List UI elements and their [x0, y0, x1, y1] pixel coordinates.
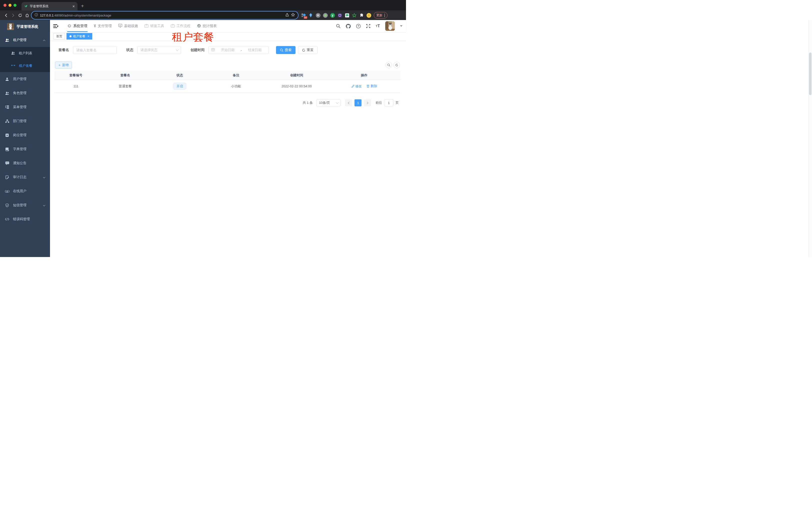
extension-command-icon[interactable]: ⌘: [316, 13, 320, 18]
sidebar-item-menu-management[interactable]: 菜单管理: [0, 100, 50, 114]
add-button[interactable]: + 新增: [55, 61, 72, 69]
top-menu: 系统管理 ¥ 支付管理 基础设施 研发工具: [64, 20, 220, 32]
top-menu-infra[interactable]: 基础设施: [115, 20, 141, 32]
search-button[interactable]: 搜索: [276, 46, 295, 54]
top-menu-label: 基础设施: [124, 24, 138, 28]
goto-page-input[interactable]: [384, 99, 394, 106]
home-icon[interactable]: [24, 12, 30, 19]
date-range-picker[interactable]: 开始日期 - 结束日期: [208, 46, 268, 54]
font-size-icon[interactable]: TT: [376, 24, 380, 29]
tags-view: 首页 租户套餐 ×: [50, 32, 406, 41]
cell-id: 111: [54, 84, 97, 88]
share-icon[interactable]: [285, 13, 289, 18]
extensions-puzzle-icon[interactable]: [359, 13, 364, 18]
monitor-icon: [118, 24, 122, 28]
top-menu-dev-tools[interactable]: 研发工具: [141, 20, 168, 32]
extension-shield-icon[interactable]: [337, 13, 342, 18]
tag-label: 首页: [56, 34, 62, 38]
help-icon[interactable]: ?: [356, 24, 361, 29]
package-name-input-wrap: [73, 46, 117, 54]
zoom-window-button[interactable]: [13, 4, 17, 7]
sidebar-item-sms-management[interactable]: 短信管理: [0, 198, 50, 212]
new-tab-button[interactable]: +: [81, 3, 84, 8]
sidebar-item-tenant-list[interactable]: 租户列表: [0, 47, 50, 59]
status-filter-label: 状态: [126, 48, 133, 52]
cell-created: 2022-02-22 00:54:00: [265, 84, 328, 88]
top-menu-pay[interactable]: ¥ 支付管理: [90, 20, 115, 32]
bookmark-star-icon[interactable]: [291, 13, 295, 18]
hamburger-icon[interactable]: [50, 24, 61, 28]
page-size-select[interactable]: 10条/页: [316, 99, 341, 106]
top-menu-system[interactable]: 系统管理: [64, 20, 90, 32]
status-select[interactable]: 请选择状态: [137, 46, 181, 54]
sidebar-item-dict-management[interactable]: 字典管理: [0, 142, 50, 156]
sidebar-item-label: 角色管理: [13, 91, 27, 96]
user-avatar[interactable]: [385, 21, 395, 31]
sidebar-item-dept-management[interactable]: 部门管理: [0, 114, 50, 128]
sidebar-item-post-management[interactable]: 岗位管理: [0, 128, 50, 142]
extension-green-dot-icon[interactable]: [323, 13, 328, 18]
delete-link[interactable]: 删除: [367, 84, 377, 88]
package-name-input[interactable]: [73, 46, 116, 54]
sidebar-item-label: 租户列表: [19, 51, 32, 56]
sidebar-item-online-users[interactable]: 在线用户: [0, 184, 50, 198]
sidebar-item-audit-log[interactable]: 审计日志: [0, 170, 50, 184]
browser-tab[interactable]: 芋道管理系统 ✕: [22, 2, 78, 10]
app-title: 芋道管理系统: [17, 24, 38, 29]
sidebar-item-error-code[interactable]: 错误码管理: [0, 212, 50, 226]
address-bar[interactable]: 127.0.0.1:48080/admin-ui/system/tenant/p…: [31, 11, 298, 19]
shield-check-icon: [5, 204, 9, 207]
fullscreen-icon[interactable]: [366, 24, 371, 28]
forward-icon[interactable]: [9, 12, 17, 19]
profile-avatar-icon[interactable]: [366, 13, 371, 18]
site-info-icon[interactable]: [34, 13, 38, 18]
yen-icon: ¥: [94, 24, 96, 28]
prev-page-button[interactable]: [345, 99, 352, 106]
add-label: 新增: [62, 63, 68, 67]
top-menu-report[interactable]: 统计报表: [194, 20, 220, 32]
url-text[interactable]: 127.0.0.1:48080/admin-ui/system/tenant/p…: [40, 13, 283, 17]
current-page-button[interactable]: 1: [354, 99, 361, 106]
next-page-button[interactable]: [364, 99, 371, 106]
table-search-toggle-button[interactable]: [385, 62, 392, 68]
calendar-icon: [211, 48, 215, 52]
org-tree-icon: [5, 119, 9, 123]
update-label: 更新: [376, 13, 382, 18]
tab-close-icon[interactable]: ✕: [72, 5, 75, 8]
extension-chat-icon[interactable]: [345, 13, 349, 18]
github-icon[interactable]: [346, 24, 351, 29]
tag-home[interactable]: 首页: [54, 33, 65, 39]
page-size-value: 10条/页: [319, 101, 330, 105]
extension-star-icon[interactable]: [352, 13, 357, 18]
sidebar-item-notice[interactable]: 通知公告: [0, 156, 50, 170]
package-table: 套餐编号 套餐名 状态 备注 创建时间 操作 111 普通套餐 开启 小功能 2…: [54, 71, 401, 92]
sidebar-item-tenant-package[interactable]: 租户套餐: [0, 59, 50, 72]
search-label: 搜索: [285, 48, 291, 52]
delete-label: 删除: [371, 84, 377, 88]
reset-button[interactable]: 重置: [298, 46, 318, 54]
tag-tenant-package[interactable]: 租户套餐 ×: [66, 33, 92, 39]
reload-icon[interactable]: [17, 12, 24, 19]
sidebar-item-tenant-management[interactable]: 租户管理: [0, 33, 50, 47]
status-placeholder: 请选择状态: [141, 48, 157, 52]
table-refresh-button[interactable]: [394, 62, 400, 68]
chrome-menu-icon[interactable]: [384, 14, 385, 17]
extension-gem-icon[interactable]: [308, 13, 313, 18]
chrome-update-button[interactable]: 更新: [374, 12, 387, 19]
active-dot-icon: [69, 35, 71, 37]
sidebar-item-user-management[interactable]: 用户管理: [0, 72, 50, 86]
sidebar-item-label: 审计日志: [13, 175, 27, 180]
search-icon[interactable]: [336, 24, 341, 28]
sidebar-item-role-management[interactable]: 角色管理: [0, 86, 50, 100]
top-menu-workflow[interactable]: 工作流程: [168, 20, 194, 32]
sidebar-logo[interactable]: 芋道管理系统: [0, 20, 50, 33]
avatar-caret-icon[interactable]: [400, 25, 403, 27]
minimize-window-button[interactable]: [8, 4, 11, 7]
back-icon[interactable]: [2, 12, 9, 19]
close-window-button[interactable]: [3, 4, 6, 7]
tag-close-icon[interactable]: ×: [87, 34, 89, 38]
extension-tabs-icon[interactable]: 10: [301, 13, 306, 18]
logo-rabbit-image: [7, 23, 14, 30]
edit-link[interactable]: 修改: [351, 84, 362, 88]
extension-y-icon[interactable]: y: [330, 13, 335, 18]
